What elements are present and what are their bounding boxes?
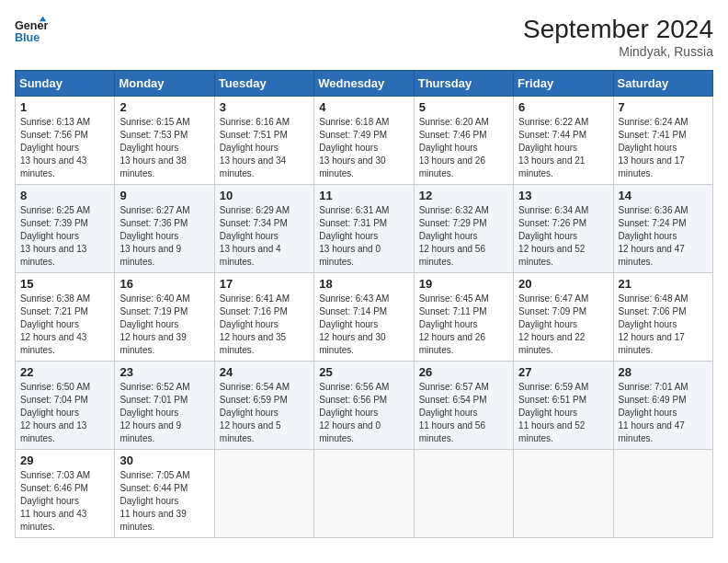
day-info: Sunrise: 7:05 AMSunset: 6:44 PMDaylight … bbox=[119, 470, 189, 532]
day-info: Sunrise: 6:56 AMSunset: 6:56 PMDaylight … bbox=[319, 382, 389, 443]
calendar-day-cell: 19 Sunrise: 6:45 AMSunset: 7:11 PMDaylig… bbox=[414, 273, 513, 362]
day-info: Sunrise: 6:34 AMSunset: 7:26 PMDaylight … bbox=[518, 205, 588, 267]
calendar-week-row: 22 Sunrise: 6:50 AMSunset: 7:04 PMDaylig… bbox=[16, 362, 713, 450]
calendar-week-row: 1 Sunrise: 6:13 AMSunset: 7:56 PMDayligh… bbox=[16, 97, 713, 185]
day-info: Sunrise: 6:43 AMSunset: 7:14 PMDaylight … bbox=[319, 293, 389, 355]
day-info: Sunrise: 6:57 AMSunset: 6:54 PMDaylight … bbox=[419, 382, 489, 443]
calendar-table: SundayMondayTuesdayWednesdayThursdayFrid… bbox=[15, 70, 713, 538]
calendar-body: 1 Sunrise: 6:13 AMSunset: 7:56 PMDayligh… bbox=[16, 97, 713, 538]
day-info: Sunrise: 6:48 AMSunset: 7:06 PMDaylight … bbox=[619, 293, 688, 355]
calendar-day-cell: 8 Sunrise: 6:25 AMSunset: 7:39 PMDayligh… bbox=[16, 185, 115, 273]
day-number: 5 bbox=[419, 100, 508, 114]
day-number: 7 bbox=[619, 100, 708, 114]
calendar-day-cell: 22 Sunrise: 6:50 AMSunset: 7:04 PMDaylig… bbox=[16, 362, 115, 450]
logo: General Blue bbox=[15, 15, 48, 48]
calendar-day-cell: 30 Sunrise: 7:05 AMSunset: 6:44 PMDaylig… bbox=[115, 450, 214, 538]
calendar-day-cell: 6 Sunrise: 6:22 AMSunset: 7:44 PMDayligh… bbox=[514, 97, 613, 185]
day-number: 9 bbox=[119, 189, 209, 202]
calendar-day-cell: 20 Sunrise: 6:47 AMSunset: 7:09 PMDaylig… bbox=[514, 273, 613, 362]
calendar-week-row: 15 Sunrise: 6:38 AMSunset: 7:21 PMDaylig… bbox=[16, 273, 713, 362]
page-header: General Blue September 2024 Mindyak, Rus… bbox=[15, 15, 713, 59]
logo-icon: General Blue bbox=[15, 15, 48, 48]
day-number: 8 bbox=[20, 189, 109, 202]
day-number: 25 bbox=[319, 365, 408, 379]
day-number: 24 bbox=[220, 365, 309, 379]
calendar-day-cell: 18 Sunrise: 6:43 AMSunset: 7:14 PMDaylig… bbox=[314, 273, 414, 362]
calendar-week-row: 8 Sunrise: 6:25 AMSunset: 7:39 PMDayligh… bbox=[16, 185, 713, 273]
calendar-day-header: Thursday bbox=[414, 71, 513, 97]
calendar-day-cell: 23 Sunrise: 6:52 AMSunset: 7:01 PMDaylig… bbox=[115, 362, 214, 450]
calendar-day-cell: 14 Sunrise: 6:36 AMSunset: 7:24 PMDaylig… bbox=[613, 185, 712, 273]
calendar-header-row: SundayMondayTuesdayWednesdayThursdayFrid… bbox=[16, 71, 713, 97]
day-info: Sunrise: 6:52 AMSunset: 7:01 PMDaylight … bbox=[119, 382, 189, 443]
day-info: Sunrise: 6:40 AMSunset: 7:19 PMDaylight … bbox=[119, 293, 189, 355]
day-info: Sunrise: 6:16 AMSunset: 7:51 PMDaylight … bbox=[220, 117, 290, 178]
day-info: Sunrise: 6:38 AMSunset: 7:21 PMDaylight … bbox=[20, 293, 90, 355]
day-info: Sunrise: 6:27 AMSunset: 7:36 PMDaylight … bbox=[119, 205, 189, 267]
calendar-day-cell: 17 Sunrise: 6:41 AMSunset: 7:16 PMDaylig… bbox=[214, 273, 313, 362]
day-number: 13 bbox=[518, 189, 608, 202]
calendar-day-cell: 16 Sunrise: 6:40 AMSunset: 7:19 PMDaylig… bbox=[115, 273, 214, 362]
day-number: 11 bbox=[319, 189, 408, 202]
day-info: Sunrise: 6:45 AMSunset: 7:11 PMDaylight … bbox=[419, 293, 489, 355]
day-number: 20 bbox=[518, 277, 608, 291]
day-number: 21 bbox=[619, 277, 708, 291]
day-number: 30 bbox=[119, 454, 209, 467]
calendar-day-cell: 15 Sunrise: 6:38 AMSunset: 7:21 PMDaylig… bbox=[16, 273, 115, 362]
day-info: Sunrise: 6:18 AMSunset: 7:49 PMDaylight … bbox=[319, 117, 389, 178]
calendar-day-cell bbox=[514, 450, 613, 538]
calendar-day-cell bbox=[214, 450, 313, 538]
day-number: 4 bbox=[319, 100, 408, 114]
day-info: Sunrise: 6:15 AMSunset: 7:53 PMDaylight … bbox=[119, 117, 189, 178]
day-info: Sunrise: 6:50 AMSunset: 7:04 PMDaylight … bbox=[20, 382, 90, 443]
month-year-title: September 2024 bbox=[523, 15, 713, 44]
day-info: Sunrise: 6:59 AMSunset: 6:51 PMDaylight … bbox=[518, 382, 588, 443]
calendar-day-cell: 25 Sunrise: 6:56 AMSunset: 6:56 PMDaylig… bbox=[314, 362, 414, 450]
calendar-day-cell: 28 Sunrise: 7:01 AMSunset: 6:49 PMDaylig… bbox=[613, 362, 712, 450]
day-number: 26 bbox=[419, 365, 508, 379]
day-info: Sunrise: 7:01 AMSunset: 6:49 PMDaylight … bbox=[619, 382, 688, 443]
day-info: Sunrise: 6:54 AMSunset: 6:59 PMDaylight … bbox=[220, 382, 290, 443]
day-info: Sunrise: 6:36 AMSunset: 7:24 PMDaylight … bbox=[619, 205, 688, 267]
calendar-week-row: 29 Sunrise: 7:03 AMSunset: 6:46 PMDaylig… bbox=[16, 450, 713, 538]
calendar-day-header: Saturday bbox=[613, 71, 712, 97]
day-number: 3 bbox=[220, 100, 309, 114]
calendar-day-cell: 3 Sunrise: 6:16 AMSunset: 7:51 PMDayligh… bbox=[214, 97, 313, 185]
calendar-day-cell: 2 Sunrise: 6:15 AMSunset: 7:53 PMDayligh… bbox=[115, 97, 214, 185]
day-number: 19 bbox=[419, 277, 508, 291]
day-number: 23 bbox=[119, 365, 209, 379]
calendar-day-header: Tuesday bbox=[214, 71, 313, 97]
day-number: 6 bbox=[518, 100, 608, 114]
calendar-day-cell: 5 Sunrise: 6:20 AMSunset: 7:46 PMDayligh… bbox=[414, 97, 513, 185]
calendar-day-cell: 21 Sunrise: 6:48 AMSunset: 7:06 PMDaylig… bbox=[613, 273, 712, 362]
calendar-day-cell: 27 Sunrise: 6:59 AMSunset: 6:51 PMDaylig… bbox=[514, 362, 613, 450]
calendar-day-cell: 26 Sunrise: 6:57 AMSunset: 6:54 PMDaylig… bbox=[414, 362, 513, 450]
day-info: Sunrise: 6:13 AMSunset: 7:56 PMDaylight … bbox=[20, 117, 90, 178]
calendar-day-cell: 24 Sunrise: 6:54 AMSunset: 6:59 PMDaylig… bbox=[214, 362, 313, 450]
day-info: Sunrise: 6:20 AMSunset: 7:46 PMDaylight … bbox=[419, 117, 489, 178]
calendar-day-cell bbox=[414, 450, 513, 538]
title-block: September 2024 Mindyak, Russia bbox=[523, 15, 713, 59]
day-info: Sunrise: 6:25 AMSunset: 7:39 PMDaylight … bbox=[20, 205, 90, 267]
calendar-day-header: Monday bbox=[115, 71, 214, 97]
calendar-day-cell bbox=[314, 450, 414, 538]
day-number: 2 bbox=[119, 100, 209, 114]
day-number: 12 bbox=[419, 189, 508, 202]
calendar-day-cell: 11 Sunrise: 6:31 AMSunset: 7:31 PMDaylig… bbox=[314, 185, 414, 273]
calendar-day-cell bbox=[613, 450, 712, 538]
day-number: 28 bbox=[619, 365, 708, 379]
day-info: Sunrise: 6:41 AMSunset: 7:16 PMDaylight … bbox=[220, 293, 290, 355]
calendar-day-cell: 10 Sunrise: 6:29 AMSunset: 7:34 PMDaylig… bbox=[214, 185, 313, 273]
calendar-day-header: Sunday bbox=[16, 71, 115, 97]
calendar-day-header: Wednesday bbox=[314, 71, 414, 97]
calendar-day-cell: 13 Sunrise: 6:34 AMSunset: 7:26 PMDaylig… bbox=[514, 185, 613, 273]
day-number: 27 bbox=[518, 365, 608, 379]
day-number: 22 bbox=[20, 365, 109, 379]
calendar-day-cell: 4 Sunrise: 6:18 AMSunset: 7:49 PMDayligh… bbox=[314, 97, 414, 185]
day-number: 14 bbox=[619, 189, 708, 202]
day-number: 1 bbox=[20, 100, 109, 114]
svg-text:Blue: Blue bbox=[15, 31, 40, 44]
location-subtitle: Mindyak, Russia bbox=[523, 44, 713, 59]
day-number: 18 bbox=[319, 277, 408, 291]
day-info: Sunrise: 6:29 AMSunset: 7:34 PMDaylight … bbox=[220, 205, 290, 267]
